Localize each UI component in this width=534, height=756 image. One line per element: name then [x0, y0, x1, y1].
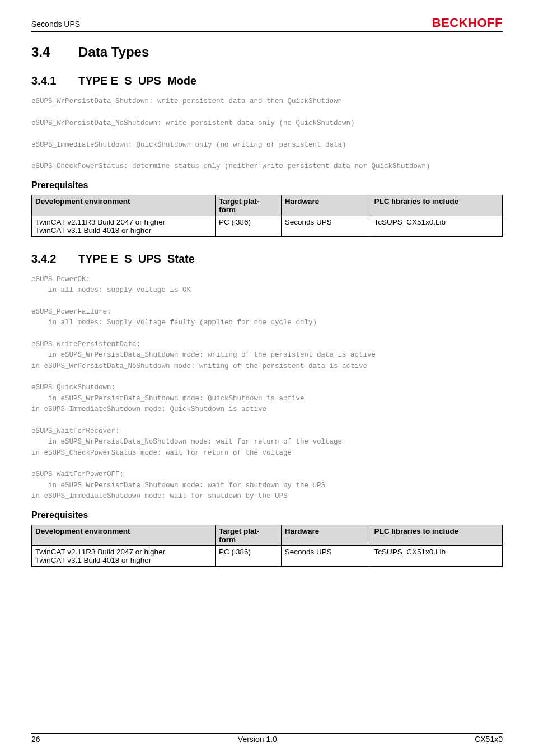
table-header-row: Development environment Target plat- for…: [32, 195, 503, 216]
th-hardware: Hardware: [281, 525, 371, 545]
th-plc: PLC libraries to include: [371, 195, 503, 216]
footer-version: Version 1.0: [238, 735, 277, 744]
td-dev-env: TwinCAT v2.11R3 Build 2047 or higher Twi…: [32, 216, 216, 236]
table-row: TwinCAT v2.11R3 Build 2047 or higher Twi…: [32, 545, 503, 566]
td-plc: TcSUPS_CX51x0.Lib: [371, 216, 503, 236]
subsection-number: 3.4.2: [31, 253, 78, 265]
subsection-heading-state: 3.4.2TYPE E_S_UPS_State: [31, 253, 503, 265]
footer-model: CX51x0: [475, 735, 503, 744]
table-row: TwinCAT v2.11R3 Build 2047 or higher Twi…: [32, 216, 503, 236]
page-header: Seconds UPS BECKHOFF: [31, 16, 503, 32]
th-target: Target plat- form: [215, 195, 281, 216]
table-header-row: Development environment Target plat- for…: [32, 525, 503, 545]
td-target: PC (i386): [215, 216, 281, 236]
footer-page-number: 26: [31, 735, 40, 744]
th-dev-env: Development environment: [32, 525, 216, 545]
header-left: Seconds UPS: [31, 20, 80, 29]
th-target: Target plat- form: [215, 525, 281, 545]
prerequisites-heading: Prerequisites: [31, 510, 503, 520]
subsection-number: 3.4.1: [31, 74, 78, 87]
th-plc: PLC libraries to include: [371, 525, 503, 545]
subsection-title: TYPE E_S_UPS_State: [78, 253, 195, 265]
td-plc: TcSUPS_CX51x0.Lib: [371, 545, 503, 566]
td-target: PC (i386): [215, 545, 281, 566]
subsection-title: TYPE E_S_UPS_Mode: [78, 74, 196, 87]
td-hardware: Seconds UPS: [281, 216, 371, 236]
prerequisites-table-state: Development environment Target plat- for…: [31, 525, 503, 567]
section-number: 3.4: [31, 44, 78, 60]
td-hardware: Seconds UPS: [281, 545, 371, 566]
td-dev-env: TwinCAT v2.11R3 Build 2047 or higher Twi…: [32, 545, 216, 566]
subsection-heading-mode: 3.4.1TYPE E_S_UPS_Mode: [31, 74, 503, 87]
prerequisites-table-mode: Development environment Target plat- for…: [31, 195, 503, 237]
code-block-state: eSUPS_PowerOK: in all modes: supply volt…: [31, 274, 503, 502]
section-heading: 3.4Data Types: [31, 44, 503, 60]
th-hardware: Hardware: [281, 195, 371, 216]
section-title: Data Types: [78, 44, 149, 59]
brand-logo: BECKHOFF: [432, 16, 503, 30]
code-block-mode: eSUPS_WrPersistData_Shutdown: write pers…: [31, 96, 503, 172]
th-dev-env: Development environment: [32, 195, 216, 216]
prerequisites-heading: Prerequisites: [31, 180, 503, 190]
page-footer: 26 Version 1.0 CX51x0: [31, 733, 503, 744]
